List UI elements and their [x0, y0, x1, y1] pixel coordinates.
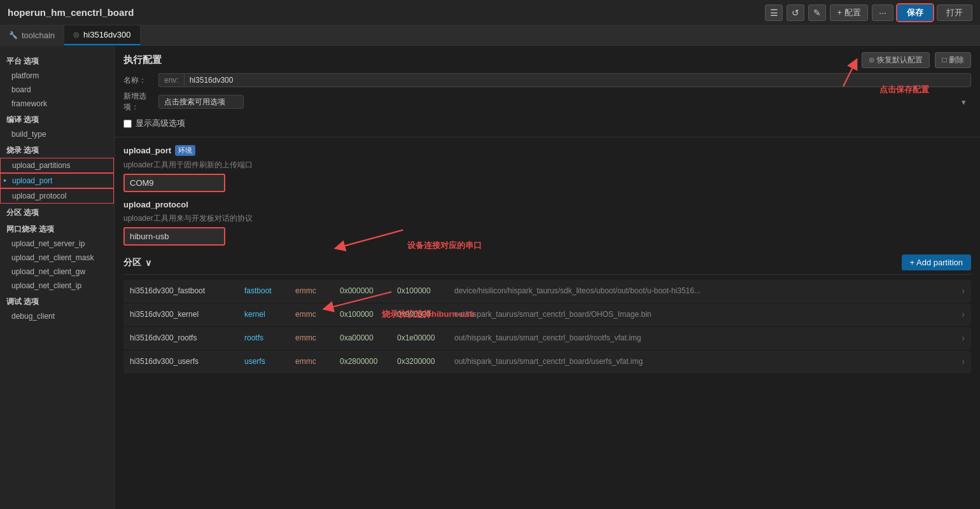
partition-size-kernel: 0x900000 [397, 310, 454, 319]
upload-port-title-row: upload_port 环境 [123, 145, 971, 156]
sidebar-item-upload-net-client-ip[interactable]: upload_net_client_ip [0, 279, 114, 293]
sidebar-section-burn: 烧录 选项 [0, 141, 114, 158]
main-area: 平台 选项 platform board framework 编译 选项 bui… [0, 46, 980, 509]
topbar: hoperun_hm_cenctrl_board ☰ ↺ ✎ + 配置 ··· … [0, 0, 980, 25]
open-button[interactable]: 打开 [937, 4, 972, 21]
tabs-bar: 🔧 toolchain ◎ hi3516dv300 [0, 25, 980, 46]
partition-title-text: 分区 [123, 257, 141, 268]
app-title: hoperun_hm_cenctrl_board [8, 7, 134, 18]
partition-name-rootfs: hi3516dv300_rootfs [130, 333, 244, 342]
sidebar-item-platform[interactable]: platform [0, 69, 114, 83]
upload-port-section: upload_port 环境 uploader工具用于固件刷新的上传端口 [123, 145, 971, 192]
upload-port-description: uploader工具用于固件刷新的上传端口 [123, 160, 971, 171]
partition-path-kernel: out/hispark_taurus/smart_cenctrl_board/O… [454, 310, 952, 319]
hi3516-icon: ◎ [73, 31, 80, 39]
sidebar-item-upload-protocol[interactable]: upload_protocol [0, 188, 114, 204]
sidebar-item-upload-port[interactable]: upload_port [0, 173, 114, 188]
partition-size-fastboot: 0x100000 [397, 286, 454, 295]
partition-offset-fastboot: 0x000000 [340, 286, 397, 295]
plus-icon: + [837, 8, 842, 17]
sidebar-item-build-type[interactable]: build_type [0, 127, 114, 141]
partition-type-userfs: userfs [244, 357, 295, 366]
partition-name-userfs: hi3516dv300_userfs [130, 357, 244, 366]
delete-button[interactable]: □ 删除 [935, 52, 971, 68]
sidebar: 平台 选项 platform board framework 编译 选项 bui… [0, 46, 115, 509]
tab-toolchain-label: toolchain [22, 31, 55, 40]
sidebar-item-upload-net-server-ip[interactable]: upload_net_server_ip [0, 237, 114, 251]
sidebar-item-upload-net-client-mask[interactable]: upload_net_client_mask [0, 251, 114, 265]
partition-chevron-rootfs: › [952, 333, 965, 343]
partition-title: 分区 ∨ [123, 257, 151, 268]
restore-button[interactable]: ⊙ 恢复默认配置 [862, 52, 930, 68]
partition-fs-userfs: emmc [295, 357, 340, 366]
sidebar-section-debug: 调试 选项 [0, 293, 114, 309]
partition-chevron-fastboot: › [952, 286, 965, 296]
new-option-label: 新增选项： [123, 91, 158, 113]
config-button[interactable]: + 配置 [830, 4, 868, 21]
partition-header: 分区 ∨ + Add partition [123, 254, 971, 275]
sidebar-section-platform: 平台 选项 [0, 52, 114, 69]
upload-protocol-section: upload_protocol uploader工具用来与开发板对话的协议 [123, 200, 971, 246]
upload-protocol-title-row: upload_protocol [123, 200, 971, 209]
exec-title-row: 执行配置 ⊙ 恢复默认配置 □ 删除 [123, 52, 971, 68]
partition-chevron-kernel: › [952, 309, 965, 319]
config-label: 配置 [844, 7, 861, 18]
new-option-select[interactable]: 点击搜索可用选项 [158, 95, 244, 109]
partition-list: hi3516dv300_fastboot fastboot emmc 0x000… [123, 280, 971, 373]
partition-row-rootfs[interactable]: hi3516dv300_rootfs rootfs emmc 0xa00000 … [123, 327, 971, 349]
partition-size-rootfs: 0x1e00000 [397, 333, 454, 342]
name-row: 名称： env: [123, 73, 971, 87]
partition-type-fastboot: fastboot [244, 286, 295, 295]
partition-collapse-icon[interactable]: ∨ [145, 258, 151, 268]
partition-name-kernel: hi3516dv300_kernel [130, 310, 244, 319]
topbar-actions: ☰ ↺ ✎ + 配置 ··· 保存 打开 [765, 4, 972, 21]
tab-toolchain[interactable]: 🔧 toolchain [0, 25, 64, 45]
more-icon-btn[interactable]: ··· [872, 4, 893, 21]
edit-icon-btn[interactable]: ✎ [808, 4, 826, 21]
add-partition-button[interactable]: + Add partition [902, 254, 971, 270]
partition-fs-kernel: emmc [295, 310, 340, 319]
sidebar-item-upload-net-client-gw[interactable]: upload_net_client_gw [0, 265, 114, 279]
sidebar-section-network-burn: 网口烧录 选项 [0, 220, 114, 237]
new-option-row: 新增选项： 点击搜索可用选项 [123, 91, 971, 113]
sidebar-section-compile: 编译 选项 [0, 111, 114, 127]
refresh-icon-btn[interactable]: ↺ [787, 4, 804, 21]
partition-row-userfs[interactable]: hi3516dv300_userfs userfs emmc 0x2800000… [123, 351, 971, 373]
exec-title-text: 执行配置 [123, 54, 162, 66]
env-value-input[interactable] [184, 73, 971, 87]
upload-port-title: upload_port [123, 146, 171, 155]
sidebar-item-upload-partitions[interactable]: upload_partitions [0, 158, 114, 173]
toolchain-icon: 🔧 [9, 31, 18, 39]
partition-offset-kernel: 0x100000 [340, 310, 397, 319]
sidebar-item-framework[interactable]: framework [0, 97, 114, 111]
partition-offset-userfs: 0x2800000 [340, 357, 397, 366]
partition-path-rootfs: out/hispark_taurus/smart_cenctrl_board/r… [454, 333, 952, 342]
content-area: 执行配置 ⊙ 恢复默认配置 □ 删除 名称： env: 新增选项： 点击搜索可用… [115, 46, 980, 509]
partition-fs-fastboot: emmc [295, 286, 340, 295]
partition-row-kernel[interactable]: hi3516dv300_kernel kernel emmc 0x100000 … [123, 303, 971, 326]
partition-fs-rootfs: emmc [295, 333, 340, 342]
list-icon-btn[interactable]: ☰ [765, 4, 783, 21]
partition-name-fastboot: hi3516dv300_fastboot [130, 286, 244, 295]
new-option-wrapper: 点击搜索可用选项 [158, 95, 971, 109]
main-panel: upload_port 环境 uploader工具用于固件刷新的上传端口 upl… [115, 137, 980, 509]
partition-size-userfs: 0x3200000 [397, 357, 454, 366]
upload-protocol-input[interactable] [123, 227, 225, 246]
partition-type-rootfs: rootfs [244, 333, 295, 342]
upload-protocol-description: uploader工具用来与开发板对话的协议 [123, 213, 971, 224]
partition-path-fastboot: device/hisilicon/hispark_taurus/sdk_lite… [454, 286, 952, 295]
upload-port-badge: 环境 [175, 145, 195, 156]
upload-protocol-title: upload_protocol [123, 200, 188, 209]
save-button[interactable]: 保存 [897, 4, 933, 21]
partition-row-fastboot[interactable]: hi3516dv300_fastboot fastboot emmc 0x000… [123, 280, 971, 302]
show-advanced-checkbox[interactable] [123, 120, 132, 128]
sidebar-section-partition: 分区 选项 [0, 204, 114, 220]
partition-chevron-userfs: › [952, 356, 965, 366]
sidebar-item-board[interactable]: board [0, 83, 114, 97]
tab-hi3516dv300[interactable]: ◎ hi3516dv300 [64, 25, 140, 45]
exec-config-header: 执行配置 ⊙ 恢复默认配置 □ 删除 名称： env: 新增选项： 点击搜索可用… [115, 46, 980, 137]
sidebar-item-debug-client[interactable]: debug_client [0, 309, 114, 323]
partition-offset-rootfs: 0xa00000 [340, 333, 397, 342]
exec-title-actions: ⊙ 恢复默认配置 □ 删除 [862, 52, 971, 68]
upload-port-input[interactable] [123, 174, 225, 192]
